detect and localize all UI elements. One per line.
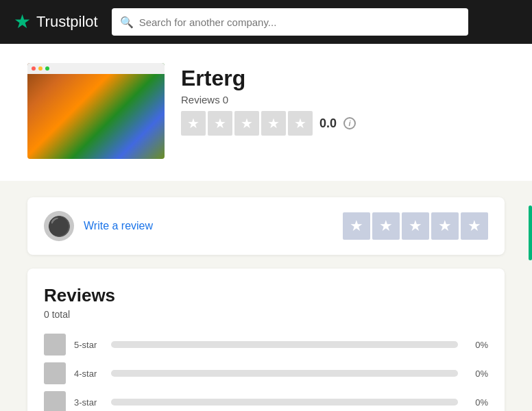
reviews-title: Reviews xyxy=(44,285,488,306)
search-input[interactable] xyxy=(139,16,460,28)
trustpilot-star-icon: ★ xyxy=(14,12,31,32)
rating-label: 5-star xyxy=(74,340,103,350)
search-icon: 🔍 xyxy=(120,16,134,29)
rating-row: 3-star 0% xyxy=(44,391,488,411)
reviews-section: Reviews 0 total 5-star 0% 4-star 0% 3-st… xyxy=(27,269,505,411)
star-3: ★ xyxy=(234,111,259,136)
company-section: Erterg Reviews 0 ★ ★ ★ ★ ★ 0.0 i xyxy=(0,44,532,181)
header: ★ Trustpilot 🔍 xyxy=(0,0,532,44)
search-bar[interactable]: 🔍 xyxy=(112,8,468,36)
write-star-2[interactable]: ★ xyxy=(372,212,400,240)
star-5: ★ xyxy=(288,111,313,136)
star-2: ★ xyxy=(208,111,232,136)
main-content: ⚫ Write a review ★ ★ ★ ★ ★ Reviews 0 tot… xyxy=(0,181,532,411)
browser-dot-yellow xyxy=(38,66,43,71)
company-image-graphic xyxy=(27,63,165,159)
rating-row: 5-star 0% xyxy=(44,334,488,356)
rating-color-box xyxy=(44,362,66,384)
star-1: ★ xyxy=(181,111,206,136)
rating-number: 0.0 xyxy=(319,116,337,131)
write-review-link[interactable]: Write a review xyxy=(84,220,153,232)
reviews-total: 0 total xyxy=(44,309,488,320)
write-star-4[interactable]: ★ xyxy=(431,212,459,240)
rating-bar-bg xyxy=(111,370,458,377)
rating-pct: 0% xyxy=(466,340,488,350)
company-info: Erterg Reviews 0 ★ ★ ★ ★ ★ 0.0 i xyxy=(181,63,356,136)
user-icon: ⚫ xyxy=(47,215,71,238)
company-name: Erterg xyxy=(181,66,356,91)
avatar: ⚫ xyxy=(44,211,74,241)
rating-color-box xyxy=(44,391,66,411)
scrollbar-indicator[interactable] xyxy=(529,206,532,260)
browser-dot-red xyxy=(32,66,36,71)
browser-chrome xyxy=(27,63,165,74)
write-star-1[interactable]: ★ xyxy=(343,212,370,240)
rating-label: 4-star xyxy=(74,369,103,379)
rating-pct: 0% xyxy=(466,369,488,379)
rating-bar-bg xyxy=(111,341,458,348)
reviews-count: Reviews 0 xyxy=(181,94,356,105)
star-rating-row: ★ ★ ★ ★ ★ 0.0 i xyxy=(181,111,356,136)
write-star-5[interactable]: ★ xyxy=(461,212,488,240)
logo: ★ Trustpilot xyxy=(14,12,98,32)
write-star-3[interactable]: ★ xyxy=(402,212,429,240)
star-4: ★ xyxy=(261,111,286,136)
company-image xyxy=(27,63,165,159)
rating-bar-bg xyxy=(111,399,458,406)
write-review-stars[interactable]: ★ ★ ★ ★ ★ xyxy=(343,212,488,240)
rating-row: 4-star 0% xyxy=(44,362,488,384)
rating-color-box xyxy=(44,334,66,356)
rating-breakdown: 5-star 0% 4-star 0% 3-star 0% xyxy=(44,334,488,411)
browser-dot-green xyxy=(45,66,49,71)
rating-label: 3-star xyxy=(74,397,103,408)
logo-text: Trustpilot xyxy=(36,13,98,31)
rating-pct: 0% xyxy=(466,397,488,408)
company-stars: ★ ★ ★ ★ ★ xyxy=(181,111,313,136)
write-review-card: ⚫ Write a review ★ ★ ★ ★ ★ xyxy=(27,197,505,255)
reviewer-left: ⚫ Write a review xyxy=(44,211,153,241)
info-icon[interactable]: i xyxy=(343,117,356,129)
